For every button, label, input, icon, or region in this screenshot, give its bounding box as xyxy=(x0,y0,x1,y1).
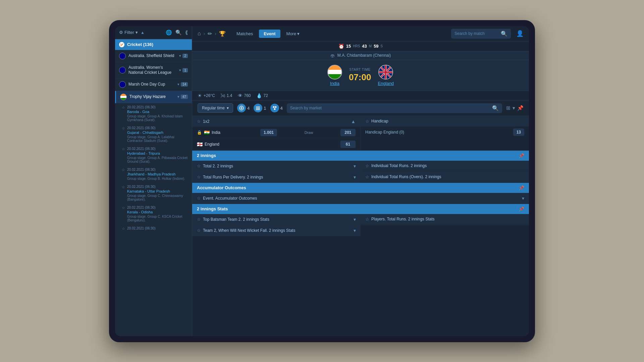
star-icon-batsman[interactable]: ☆ xyxy=(197,217,201,222)
market-title-total: ☆ Total 2. 2 innings xyxy=(197,163,233,168)
clock-icon: ⏰ xyxy=(338,44,344,49)
market-expand-1x2[interactable]: ▲ xyxy=(351,119,356,124)
market-expand-batsman[interactable]: ▾ xyxy=(354,217,356,222)
star-icon-total[interactable]: ☆ xyxy=(197,163,201,168)
star-icon: ☆ xyxy=(122,105,125,110)
weather-temp: ☀ +26°C xyxy=(198,93,215,98)
league-item-trophy[interactable]: Trophy Vijay Hazare ▾ 47 xyxy=(115,91,192,103)
regular-time-button[interactable]: Regular time ▾ xyxy=(198,103,233,113)
collapse-icon[interactable]: ⟪ xyxy=(185,30,188,36)
search-icon[interactable]: 🔍 xyxy=(175,30,182,36)
star-icon-accumulator[interactable]: ☆ xyxy=(197,196,201,201)
market-count-1: 4 xyxy=(247,106,250,111)
tab-matches[interactable]: Matches xyxy=(232,30,258,38)
india-odds-value[interactable]: 1.001 xyxy=(260,129,277,136)
star-icon-wicket[interactable]: ☆ xyxy=(197,228,201,233)
market-expand-total[interactable]: ▾ xyxy=(354,163,356,169)
star-icon-delivery[interactable]: ☆ xyxy=(197,174,201,179)
star-icon-players[interactable]: ☆ xyxy=(365,217,369,222)
start-time-block: START TIME 07:00 xyxy=(349,68,371,83)
match-name-2: Gujarat - Chhattisgarh xyxy=(127,131,188,135)
market-total-2innings: ☆ Total 2. 2 innings ▾ xyxy=(192,161,361,172)
match-item-gujarat[interactable]: ☆ 20.02.2021 (06:30) Gujarat - Chhattisg… xyxy=(115,124,192,145)
match-item-karnataka[interactable]: ☆ 20.02.2021 (06:30) Karnataka - Uttar P… xyxy=(115,183,192,204)
search-input[interactable] xyxy=(454,31,498,36)
england-team-label: England xyxy=(205,142,219,147)
market-expand-accumulator[interactable]: ▾ xyxy=(522,196,524,201)
match-item-kerala[interactable]: ☆ 20.02.2021 (06:30) Kerala - Odisha Gro… xyxy=(115,204,192,224)
england-odds-value[interactable]: 61 xyxy=(340,141,356,148)
odds-table-1x2: 🔒 🇮🇳 India 1.001 Draw 201 🏴󠁧� xyxy=(192,127,360,150)
league-item-sheffield[interactable]: Australia. Sheffield Shield ▾ 2 xyxy=(115,50,192,62)
timer-sec-value: 59 xyxy=(374,44,378,49)
trophy-icon[interactable]: 🏆 xyxy=(219,31,226,37)
market-title-wicket: ☆ Team 2, When Will Next Wicket Fall. 2 … xyxy=(197,228,295,233)
globe-icon[interactable]: 🌐 xyxy=(166,30,172,36)
nav-tabs: Matches Event xyxy=(232,30,280,38)
match-item-baroda[interactable]: ☆ 20.02.2021 (06:30) Baroda - Goa Group … xyxy=(115,103,192,124)
market-header-delivery: ☆ Total Runs Per Delivery. 2 innings ▾ xyxy=(192,172,361,183)
section-2innings: 2 innings 📌 xyxy=(192,151,529,161)
more-chevron-icon: ▾ xyxy=(297,31,300,36)
market-title-batsman: ☆ Top Batsman Team 2. 2 innings Stats xyxy=(197,217,269,222)
section-2innings-icon[interactable]: 📌 xyxy=(519,153,524,158)
pin-icon[interactable]: 📌 xyxy=(517,105,524,111)
market-label-batsman: Top Batsman Team 2. 2 innings Stats xyxy=(203,217,269,222)
search-submit-icon[interactable]: 🔍 xyxy=(501,31,507,37)
star-icon-individual[interactable]: ☆ xyxy=(365,163,369,168)
market-title-individual: ☆ Individual Total Runs. 2 innings xyxy=(365,163,427,168)
market-icon-group-1: 4 xyxy=(237,104,250,112)
market-header-handicap: ☆ Handicap xyxy=(361,116,529,126)
more-button[interactable]: More ▾ xyxy=(283,30,303,38)
market-search-box[interactable]: 🔍 xyxy=(287,103,502,113)
sidebar-icons: 🌐 🔍 ⟪ xyxy=(166,30,188,36)
market-icon-1[interactable] xyxy=(237,104,246,112)
match-date-4: 20.02.2021 (06:30) xyxy=(127,168,185,171)
section-accumulator-icon[interactable]: 📌 xyxy=(519,185,524,191)
market-label-wicket: Team 2, When Will Next Wicket Fall. 2 in… xyxy=(203,228,295,233)
section-2innings-label: 2 innings xyxy=(197,153,216,158)
timer-sec-label: S xyxy=(381,44,383,48)
league-name: Australia. Sheffield Shield xyxy=(128,53,178,59)
market-label-1x2: 1x2 xyxy=(203,119,209,124)
grid-view-icon[interactable]: ⊞ xyxy=(506,105,511,111)
market-search-input[interactable] xyxy=(290,106,489,110)
market-expand-delivery[interactable]: ▾ xyxy=(354,174,356,180)
match-item-hyderabad[interactable]: ☆ 20.02.2021 (06:30) Hyderabad - Tripura… xyxy=(115,145,192,166)
star-icon-3: ☆ xyxy=(122,147,125,151)
search-box[interactable]: 🔍 xyxy=(451,29,511,39)
market-label-total: Total 2. 2 innings xyxy=(203,164,233,168)
section-stats-icon[interactable]: 📌 xyxy=(519,206,524,212)
star-icon-2: ☆ xyxy=(122,126,125,131)
pencil-icon[interactable]: ✏ xyxy=(208,31,212,37)
draw-odds-value[interactable]: 201 xyxy=(340,129,356,136)
market-search-icon[interactable]: 🔍 xyxy=(492,105,499,111)
view-chevron-icon[interactable]: ▾ xyxy=(513,105,515,111)
league-expand-icon-3: ▾ xyxy=(177,82,179,87)
tab-event[interactable]: Event xyxy=(259,30,280,38)
section-2innings-stats-label: 2 innings Stats xyxy=(197,206,228,211)
market-icon-3[interactable] xyxy=(270,104,279,112)
league-item-marsh[interactable]: Marsh One Day Cup ▾ 14 xyxy=(115,79,192,91)
australia-flag-3 xyxy=(119,81,126,88)
filter-button[interactable]: ⚙ Filter ▾ ▲ xyxy=(119,30,145,35)
team2-name[interactable]: England xyxy=(378,81,394,86)
market-expand-wicket[interactable]: ▾ xyxy=(354,228,356,233)
market-icon-2[interactable] xyxy=(254,104,262,112)
match-item-jharkhand[interactable]: ☆ 20.02.2021 (06:30) Jharkhand - Madhya … xyxy=(115,166,192,183)
section-2innings-stats: 2 innings Stats 📌 xyxy=(192,204,529,214)
australia-flag-2 xyxy=(119,67,126,73)
market-label-individual: Individual Total Runs. 2 innings xyxy=(371,163,427,168)
home-icon[interactable]: ⌂ xyxy=(198,31,201,37)
star-icon-handicap[interactable]: ☆ xyxy=(365,119,369,124)
match-date-2: 20.02.2021 (06:30) xyxy=(127,126,188,130)
team1-name[interactable]: India xyxy=(330,81,339,86)
league-item-womens[interactable]: Australia. Women's National Cricket Leag… xyxy=(115,62,192,79)
star-icon-overs[interactable]: ☆ xyxy=(365,174,369,179)
top-navigation: ⌂ › ✏ › 🏆 Matches Event More ▾ 🔍 👤 xyxy=(192,26,529,42)
visibility-icon: 👁 xyxy=(238,93,243,98)
market-top-batsman: ☆ Top Batsman Team 2. 2 innings Stats ▾ xyxy=(192,214,361,225)
star-icon-1x2[interactable]: ☆ xyxy=(197,119,201,124)
handicap-value[interactable]: 13 xyxy=(513,128,524,136)
match-item-more[interactable]: ☆ 20.02.2021 (06:30) xyxy=(115,224,192,233)
